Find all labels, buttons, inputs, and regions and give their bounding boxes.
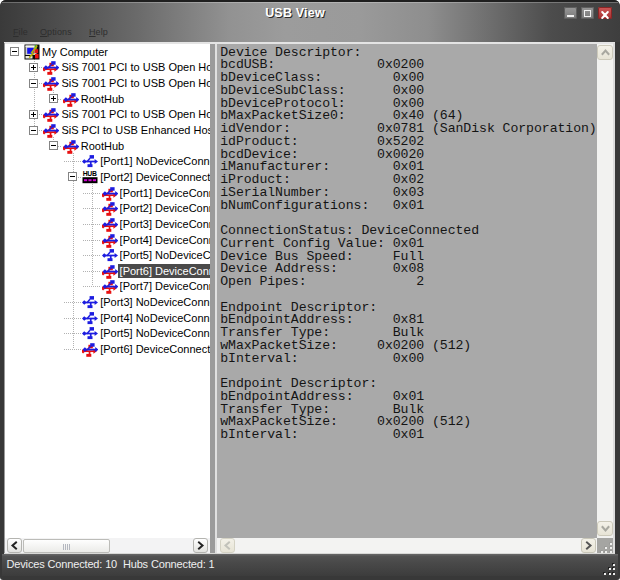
svg-text:HUB: HUB bbox=[83, 169, 97, 176]
